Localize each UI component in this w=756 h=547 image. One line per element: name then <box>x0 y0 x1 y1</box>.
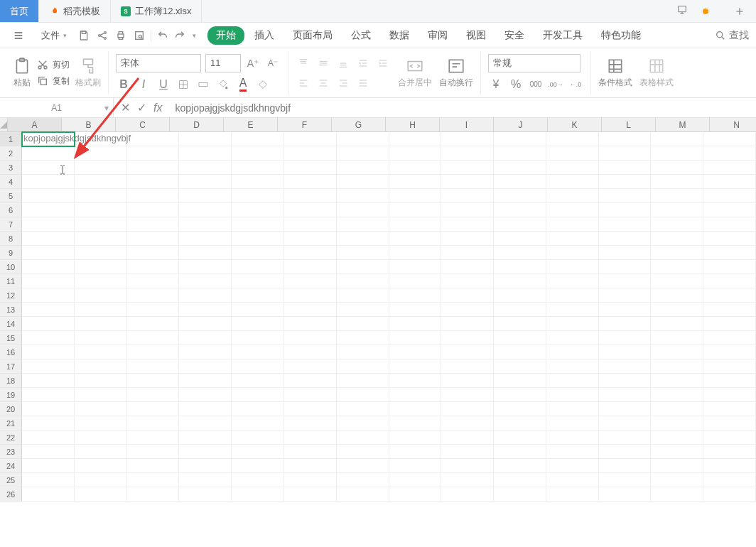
cell-E24[interactable] <box>232 459 284 473</box>
justify-icon[interactable] <box>355 75 371 91</box>
cell-K12[interactable] <box>546 288 599 303</box>
cell-B22[interactable] <box>75 430 127 445</box>
increase-decimal-icon[interactable]: .00→ <box>548 77 563 92</box>
cell-K16[interactable] <box>546 345 599 359</box>
cell-A21[interactable] <box>22 416 75 430</box>
row-header-12[interactable]: 12 <box>0 288 22 303</box>
cell-M14[interactable] <box>651 317 703 331</box>
font-name-select[interactable] <box>116 54 201 72</box>
cell-G24[interactable] <box>337 459 389 473</box>
column-header-G[interactable]: G <box>332 118 386 132</box>
cell-A4[interactable] <box>22 175 75 189</box>
cell-M13[interactable] <box>651 303 703 317</box>
cell-G21[interactable] <box>337 416 389 430</box>
row-header-8[interactable]: 8 <box>0 232 22 246</box>
save-icon[interactable] <box>78 30 90 41</box>
cell-L13[interactable] <box>599 303 652 317</box>
cell-I14[interactable] <box>441 317 494 331</box>
column-header-L[interactable]: L <box>602 118 656 132</box>
cell-J25[interactable] <box>494 473 546 487</box>
row-header-26[interactable]: 26 <box>0 487 22 502</box>
cell-M17[interactable] <box>651 359 703 374</box>
cell-B26[interactable] <box>75 487 127 502</box>
cell-J2[interactable] <box>494 146 546 161</box>
cell-H7[interactable] <box>389 217 442 232</box>
cell-E8[interactable] <box>232 232 284 246</box>
fill-merge-icon[interactable] <box>195 77 211 92</box>
cell-J14[interactable] <box>494 317 546 331</box>
currency-icon[interactable]: ¥ <box>488 77 504 92</box>
name-box[interactable]: A1 ▾ <box>0 98 114 117</box>
cell-B11[interactable] <box>75 274 127 288</box>
cell-N23[interactable] <box>703 445 756 459</box>
cell-F11[interactable] <box>284 274 337 288</box>
cell-G15[interactable] <box>337 331 389 345</box>
cell-L20[interactable] <box>599 402 652 416</box>
cell-A11[interactable] <box>22 274 75 288</box>
cell-B12[interactable] <box>75 288 127 303</box>
cell-M5[interactable] <box>651 189 703 203</box>
cell-H20[interactable] <box>389 402 442 416</box>
cell-L11[interactable] <box>599 274 652 288</box>
cell-H1[interactable] <box>389 132 442 146</box>
align-bottom-icon[interactable] <box>335 55 351 71</box>
cell-F5[interactable] <box>284 189 337 203</box>
border-icon[interactable] <box>176 77 191 92</box>
cell-F1[interactable] <box>284 132 337 146</box>
cell-J23[interactable] <box>494 445 546 459</box>
cell-C9[interactable] <box>127 246 180 260</box>
row-header-24[interactable]: 24 <box>0 459 22 473</box>
ribbon-tab-dev[interactable]: 开发工具 <box>534 26 591 45</box>
cell-K19[interactable] <box>546 388 599 402</box>
format-painter-button[interactable]: 格式刷 <box>75 51 101 95</box>
cell-H21[interactable] <box>389 416 442 430</box>
cell-I19[interactable] <box>441 388 494 402</box>
cell-D14[interactable] <box>179 317 232 331</box>
decrease-decimal-icon[interactable]: ←.0 <box>568 77 583 92</box>
cell-C4[interactable] <box>127 175 180 189</box>
cell-H10[interactable] <box>389 260 442 274</box>
cell-A2[interactable] <box>22 146 75 161</box>
cell-E6[interactable] <box>232 203 284 217</box>
cell-A6[interactable] <box>22 203 75 217</box>
cell-J6[interactable] <box>494 203 546 217</box>
cell-B14[interactable] <box>75 317 127 331</box>
cell-B18[interactable] <box>75 374 127 388</box>
cell-I1[interactable] <box>441 132 494 146</box>
cell-F2[interactable] <box>284 146 337 161</box>
cell-I20[interactable] <box>441 402 494 416</box>
indent-increase-icon[interactable] <box>375 55 391 71</box>
file-menu[interactable]: 文件 ▾ <box>36 26 72 45</box>
cell-G23[interactable] <box>337 445 389 459</box>
cell-H13[interactable] <box>389 303 442 317</box>
cell-D15[interactable] <box>179 331 232 345</box>
cell-J11[interactable] <box>494 274 546 288</box>
cell-A3[interactable] <box>22 161 75 175</box>
merge-center-button[interactable]: 合并居中 <box>398 51 432 95</box>
cell-N7[interactable] <box>703 217 756 232</box>
cell-N25[interactable] <box>703 473 756 487</box>
redo-icon[interactable] <box>174 30 185 41</box>
row-header-21[interactable]: 21 <box>0 416 22 430</box>
align-left-icon[interactable] <box>296 75 311 91</box>
cell-M1[interactable] <box>651 132 703 146</box>
cell-J24[interactable] <box>494 459 546 473</box>
cell-L21[interactable] <box>599 416 652 430</box>
cell-F20[interactable] <box>284 402 337 416</box>
row-header-3[interactable]: 3 <box>0 161 22 175</box>
cell-N12[interactable] <box>703 288 756 303</box>
cell-M9[interactable] <box>651 246 703 260</box>
ribbon-tab-layout[interactable]: 页面布局 <box>284 26 341 45</box>
cell-B4[interactable] <box>75 175 127 189</box>
cell-H14[interactable] <box>389 317 442 331</box>
cell-N2[interactable] <box>703 146 756 161</box>
row-header-6[interactable]: 6 <box>0 203 22 217</box>
cell-E3[interactable] <box>232 161 284 175</box>
cell-J1[interactable] <box>494 132 546 146</box>
cell-M16[interactable] <box>651 345 703 359</box>
row-header-18[interactable]: 18 <box>0 374 22 388</box>
row-header-5[interactable]: 5 <box>0 189 22 203</box>
cell-D8[interactable] <box>179 232 232 246</box>
cell-E9[interactable] <box>232 246 284 260</box>
cell-A24[interactable] <box>22 459 75 473</box>
